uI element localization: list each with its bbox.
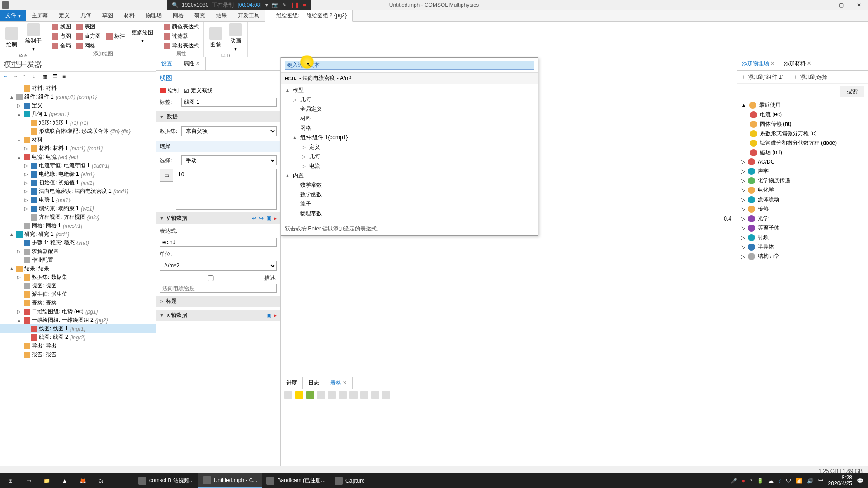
popup-tree-node[interactable]: ▷几何 bbox=[283, 95, 536, 104]
onedrive-icon[interactable]: ☁ bbox=[768, 478, 774, 484]
firefox-button[interactable]: 🦊 bbox=[74, 473, 91, 488]
tree-node[interactable]: 派生值: 派生值 bbox=[0, 290, 156, 299]
popup-tree-node[interactable]: 数学常数 bbox=[283, 180, 536, 190]
physics-item[interactable]: 系数形式偏微分方程 (c) bbox=[739, 129, 866, 138]
start-button[interactable]: ⊞ bbox=[2, 473, 19, 488]
popup-tree-node[interactable]: ▲内置 bbox=[283, 171, 536, 180]
more-plots-button[interactable]: 更多绘图▾ bbox=[129, 28, 156, 45]
tree-node[interactable]: 方程视图: 方程视图 {info} bbox=[0, 213, 156, 221]
physics-category[interactable]: ▷半导体 bbox=[739, 242, 866, 252]
ribbon-tab-materials[interactable]: 材料 bbox=[118, 10, 140, 21]
add-material-tab[interactable]: 添加材料✕ bbox=[779, 57, 816, 70]
tree-node[interactable]: 步骤 1: 稳态: 稳态 {stat} bbox=[0, 239, 156, 247]
plot-table-icon[interactable] bbox=[382, 391, 390, 399]
tree-node[interactable]: ▷法向电流密度: 法向电流密度 1 {ncd1} bbox=[0, 187, 156, 196]
tree-node[interactable]: 作业配置 bbox=[0, 256, 156, 264]
popup-tree-node[interactable]: 网格 bbox=[283, 123, 536, 133]
insert-icon[interactable]: ▣ bbox=[266, 215, 271, 221]
data-section-header[interactable]: ▼数据 bbox=[156, 111, 280, 122]
mic-icon[interactable]: 🎤 bbox=[731, 478, 737, 484]
popup-tree-node[interactable]: 材料 bbox=[283, 114, 536, 123]
clock-time[interactable]: 8:28 bbox=[842, 475, 852, 481]
taskview-button[interactable]: ▭ bbox=[20, 473, 37, 488]
tree-node[interactable]: ▲结果: 结果 bbox=[0, 264, 156, 273]
tree-node[interactable]: ▷电绝缘: 电绝缘 1 {ein1} bbox=[0, 170, 156, 178]
forward-icon[interactable]: ↪ bbox=[259, 215, 264, 221]
back-icon[interactable]: ← bbox=[3, 73, 10, 80]
table-settings-icon[interactable] bbox=[284, 391, 292, 399]
popup-tree-node[interactable]: 全局定义 bbox=[283, 104, 536, 114]
antivirus-icon[interactable]: 🛡 bbox=[786, 478, 791, 484]
search-button[interactable]: 搜索 bbox=[840, 86, 864, 97]
tree-node[interactable]: ▷初始值: 初始值 1 {init1} bbox=[0, 178, 156, 187]
up-icon[interactable]: ↑ bbox=[23, 73, 30, 80]
animation-button[interactable]: 动画▾ bbox=[226, 23, 245, 53]
popup-tree-node[interactable]: ▲组件:组件 1{comp1} bbox=[283, 133, 536, 142]
dataset-select[interactable]: 来自父项 bbox=[181, 126, 277, 136]
taskbar-app[interactable]: Bandicam (已注册... bbox=[262, 473, 330, 488]
filter-button[interactable]: 过滤器 bbox=[162, 32, 201, 41]
tree-node[interactable]: ▷材料: 材料 1 {mat1} {mat1} bbox=[0, 144, 156, 153]
ime-indicator[interactable]: 中 bbox=[818, 477, 824, 484]
mesh-plot-button[interactable]: 网格 bbox=[75, 42, 103, 50]
ribbon-tab-developer[interactable]: 开发工具 bbox=[232, 10, 265, 21]
ribbon-tab-home[interactable]: 主屏幕 bbox=[26, 10, 53, 21]
volume-icon[interactable]: 🔊 bbox=[807, 478, 814, 484]
selection-list[interactable]: 10 bbox=[176, 169, 277, 210]
tree-node[interactable]: ▷电势 1 {pot1} bbox=[0, 196, 156, 204]
desc-checkbox[interactable] bbox=[160, 275, 262, 281]
close-icon[interactable]: ✕ bbox=[196, 61, 200, 66]
tree-node[interactable]: ▷数据集: 数据集 bbox=[0, 273, 156, 282]
tree-node[interactable]: ▲几何 1 {geom1} bbox=[0, 110, 156, 118]
plot-button[interactable]: 绘制 bbox=[3, 26, 21, 49]
collapse-icon[interactable]: ☰ bbox=[52, 73, 60, 80]
insert-icon[interactable]: ▣ bbox=[266, 312, 271, 319]
tree-node[interactable]: 材料: 材料 bbox=[0, 84, 156, 93]
physics-item[interactable]: 域常微分和微分代数方程 (dode) bbox=[739, 138, 866, 148]
ribbon-tab-physics[interactable]: 物理场 bbox=[140, 10, 167, 21]
filter-input[interactable] bbox=[285, 61, 534, 70]
xdata-section-header[interactable]: ▼x 轴数据 ▣ ▸ bbox=[156, 310, 280, 321]
full-icon[interactable] bbox=[328, 391, 336, 399]
physics-item[interactable]: 固体传热 (ht) bbox=[739, 119, 866, 129]
close-button[interactable]: ✕ bbox=[850, 0, 868, 10]
physics-category[interactable]: ▷等离子体 bbox=[739, 223, 866, 233]
auto-icon[interactable] bbox=[339, 391, 347, 399]
pencil-icon[interactable]: ✎ bbox=[282, 2, 287, 8]
tree-node[interactable]: 导出: 导出 bbox=[0, 342, 156, 350]
ribbon-tab-definitions[interactable]: 定义 bbox=[53, 10, 75, 21]
chevron-down-icon[interactable]: ▾ bbox=[265, 2, 268, 8]
tray-up-icon[interactable]: ^ bbox=[750, 478, 752, 484]
delete-icon[interactable] bbox=[360, 391, 368, 399]
taskbar-app[interactable]: Untitled.mph - C... bbox=[198, 473, 262, 488]
tree-node[interactable]: 网格: 网格 1 {mesh1} bbox=[0, 221, 156, 230]
tree-node[interactable]: ▲研究: 研究 1 {std1} bbox=[0, 230, 156, 239]
model-tree[interactable]: 材料: 材料▲组件: 组件 1 (comp1) {comp1}▷定义▲几何 1 … bbox=[0, 82, 156, 473]
tree-node[interactable]: 报告: 报告 bbox=[0, 350, 156, 359]
label-input[interactable] bbox=[181, 98, 277, 107]
tree-node[interactable]: 线图: 线图 2 {lngr2} bbox=[0, 333, 156, 342]
cutline-button[interactable]: ☑定义截线 bbox=[184, 87, 212, 94]
tree-node[interactable]: 视图: 视图 bbox=[0, 282, 156, 290]
taskbar-app[interactable]: comsol B 站视频... bbox=[134, 473, 198, 488]
image-button[interactable]: 图像 bbox=[207, 26, 225, 49]
maximize-button[interactable]: ▢ bbox=[832, 0, 850, 10]
physics-item[interactable]: 磁场 (mf) bbox=[739, 148, 866, 157]
tree-node[interactable]: ▷求解器配置 bbox=[0, 247, 156, 256]
tree-node[interactable]: 形成联合体/装配: 形成联合体 {fin} {fin} bbox=[0, 127, 156, 136]
forward-icon[interactable]: → bbox=[13, 73, 20, 80]
show-icon[interactable]: ▦ bbox=[42, 73, 50, 80]
physics-category[interactable]: ▷射频 bbox=[739, 233, 866, 242]
minimize-button[interactable]: — bbox=[814, 0, 832, 10]
desc-input[interactable] bbox=[160, 284, 277, 293]
physics-category[interactable]: ▷传热 bbox=[739, 204, 866, 214]
colorexpr-button[interactable]: 颜色表达式 bbox=[162, 23, 201, 31]
down-icon[interactable]: ↓ bbox=[33, 73, 40, 80]
ribbon-tab-geometry[interactable]: 几何 bbox=[75, 10, 97, 21]
camera-icon[interactable]: 📷 bbox=[272, 2, 278, 8]
popup-selected-row[interactable]: ec.nJ - 法向电流密度 - A/m² bbox=[281, 72, 538, 84]
flag-icon[interactable]: ▸ bbox=[274, 215, 277, 221]
popup-tree[interactable]: ▲模型▷几何全局定义材料网格▲组件:组件 1{comp1}▷定义▷几何▷电流▲内… bbox=[281, 84, 538, 222]
progress-tab[interactable]: 进度 bbox=[281, 377, 303, 389]
table-plot-button[interactable]: 表图 bbox=[75, 23, 103, 31]
